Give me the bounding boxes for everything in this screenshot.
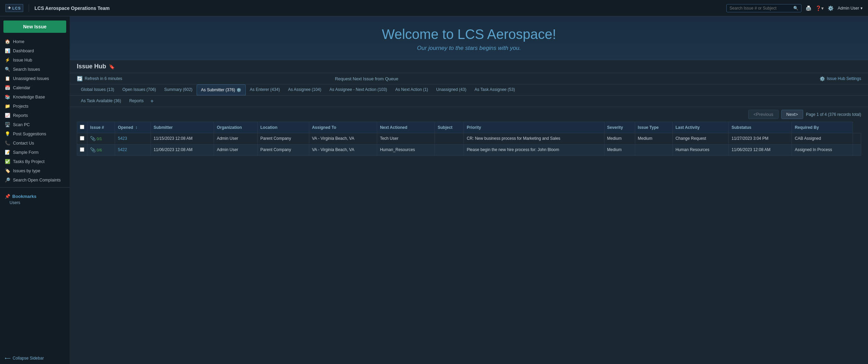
nav-icon-scan-pc: 🖥️ — [5, 122, 10, 127]
nav-label-home: Home — [13, 39, 24, 44]
sidebar-item-search-issues[interactable]: 🔍Search Issues — [0, 65, 70, 74]
search-input[interactable] — [729, 6, 791, 11]
nav-icon-knowledge-base: 📚 — [5, 94, 10, 99]
tab-3[interactable]: As Submitter (376)⚙️ — [197, 84, 246, 95]
sidebar-item-sample-form[interactable]: 📝Sample Form — [0, 148, 70, 157]
nav-icon-tasks-by-project: ✅ — [5, 159, 10, 164]
print-icon[interactable]: 🖨️ — [806, 5, 811, 11]
row-subject-0: CR: New business process for Marketing a… — [464, 133, 604, 145]
sidebar-item-issue-hub[interactable]: ⚡Issue Hub — [0, 55, 70, 65]
sidebar-item-issues-by-type[interactable]: 🏷️Issues by type — [0, 166, 70, 175]
sort-icon: ↕ — [134, 125, 137, 130]
row-lastactivity-0: 11/27/2023 3:04 PM — [729, 133, 792, 145]
tab-9[interactable]: As Task Assignee (53) — [470, 84, 519, 95]
sidebar-item-knowledge-base[interactable]: 📚Knowledge Base — [0, 92, 70, 102]
sidebar-item-post-suggestions[interactable]: 💡Post Suggestions — [0, 129, 70, 138]
sidebar-item-search-open-complaints[interactable]: 🔎Search Open Complaints — [0, 175, 70, 185]
bookmarks-item[interactable]: Users — [5, 199, 65, 206]
row-select-1[interactable] — [80, 147, 84, 152]
tab-label-8: Unassigned (43) — [436, 87, 466, 92]
select-all-checkbox[interactable] — [80, 125, 84, 129]
tab-0[interactable]: Global Issues (13) — [77, 84, 118, 95]
sidebar-item-tasks-by-project[interactable]: ✅Tasks By Project — [0, 157, 70, 166]
sidebar-item-unassigned-issues[interactable]: 📋Unassigned Issues — [0, 74, 70, 83]
sidebar-item-reports[interactable]: 📈Reports — [0, 111, 70, 120]
collapse-sidebar-button[interactable]: ⟵ Collapse Sidebar — [0, 352, 70, 364]
collapse-icon: ⟵ — [5, 356, 11, 361]
nav-label-issues-by-type: Issues by type — [13, 168, 40, 173]
next-page-button[interactable]: Next> — [781, 110, 803, 119]
sidebar-item-projects[interactable]: 📁Projects — [0, 102, 70, 111]
refresh-button[interactable]: 🔄 Refresh in 6 minutes — [77, 76, 122, 81]
tab2-1[interactable]: Reports — [125, 96, 148, 107]
tab-8[interactable]: Unassigned (43) — [432, 84, 470, 95]
col-header-issue-num: Issue # — [87, 122, 115, 133]
tab-4[interactable]: As Enterer (434) — [246, 84, 284, 95]
tab-gear-icon[interactable]: ⚙️ — [237, 88, 241, 92]
tab-6[interactable]: As Assignee - Next Action (103) — [325, 84, 391, 95]
sidebar-item-scan-pc[interactable]: 🖥️Scan PC — [0, 120, 70, 129]
add-tab-button[interactable]: + — [148, 97, 156, 106]
tab-label-6: As Assignee - Next Action (103) — [329, 87, 387, 92]
tabs-row-2: As Task Available (36)Reports + — [70, 96, 868, 107]
user-chevron-icon: ▾ — [860, 6, 863, 11]
tab-5[interactable]: As Assignee (104) — [284, 84, 325, 95]
layout: New Issue 🏠Home📊Dashboard⚡Issue Hub🔍Sear… — [0, 16, 868, 364]
search-icon: 🔍 — [793, 6, 798, 11]
main-content: Welcome to LCS Aerospace! Our journey to… — [70, 16, 868, 364]
hub-bookmark-icon[interactable]: 🔖 — [109, 64, 115, 69]
nav-icon-search-issues: 🔍 — [5, 67, 10, 72]
hero-title: Welcome to LCS Aerospace! — [77, 27, 861, 42]
row-substatus-1: Assigned In Process — [792, 145, 853, 156]
nav-label-dashboard: Dashboard — [13, 49, 34, 53]
nav-label-calendar: Calendar — [13, 85, 30, 90]
tab2-0[interactable]: As Task Available (36) — [77, 96, 125, 107]
nav-label-unassigned-issues: Unassigned Issues — [13, 76, 49, 81]
col-header-opened[interactable]: Opened ↕ — [115, 122, 151, 133]
row-checkbox-0[interactable] — [77, 133, 87, 145]
request-next-label: Request Next Issue from Queue — [335, 76, 398, 81]
row-checkbox-1[interactable] — [77, 145, 87, 156]
pagination-row: <Previous Next> Page 1 of 4 (376 records… — [77, 107, 861, 122]
logo-box: ✈ LCS — [5, 4, 23, 12]
bookmarks-items: Users — [5, 199, 65, 206]
help-icon[interactable]: ❓▾ — [815, 5, 824, 11]
row-priority-1: Medium — [604, 145, 635, 156]
sidebar-item-home[interactable]: 🏠Home — [0, 37, 70, 46]
tab-label-5: As Assignee (104) — [288, 87, 321, 92]
nav-label-search-issues: Search Issues — [13, 67, 40, 72]
tab-1[interactable]: Open Issues (706) — [118, 84, 160, 95]
row-org-1: Parent Company — [257, 145, 309, 156]
col-header-substatus: Substatus — [729, 122, 792, 133]
sidebar-item-contact-us[interactable]: 📞Contact Us — [0, 138, 70, 148]
nav-label-issue-hub: Issue Hub — [13, 58, 32, 63]
hero-banner: Welcome to LCS Aerospace! Our journey to… — [70, 16, 868, 60]
sidebar-item-calendar[interactable]: 📅Calendar — [0, 83, 70, 92]
prev-page-button[interactable]: <Previous — [748, 110, 778, 119]
attachment-icon: 📎 — [90, 136, 96, 141]
row-select-0[interactable] — [80, 136, 84, 140]
logo-text: LCS — [12, 6, 21, 10]
nav-icon-contact-us: 📞 — [5, 140, 10, 146]
col-header-priority: Priority — [464, 122, 604, 133]
tab-7[interactable]: As Next Action (1) — [391, 84, 432, 95]
user-menu[interactable]: Admin User ▾ — [838, 6, 863, 11]
app-title: LCS Aerospace Operations Team — [34, 5, 110, 11]
row-badge-num-0: 📎 0/1 — [87, 133, 115, 145]
row-issuenum-0[interactable]: 5423 — [115, 133, 151, 145]
sidebar-item-dashboard[interactable]: 📊Dashboard — [0, 46, 70, 55]
row-issuenum-1[interactable]: 5422 — [115, 145, 151, 156]
user-label: Admin User — [838, 6, 859, 11]
search-box[interactable]: 🔍 — [726, 4, 801, 12]
nav-icon-search-open-complaints: 🔎 — [5, 177, 10, 183]
tab-2[interactable]: Summary (602) — [160, 84, 197, 95]
bookmark-folder-icon: 📌 — [5, 194, 10, 199]
hub-settings-button[interactable]: ⚙️ Issue Hub Settings — [820, 76, 861, 81]
new-issue-button[interactable]: New Issue — [3, 21, 66, 33]
nav-items: 🏠Home📊Dashboard⚡Issue Hub🔍Search Issues📋… — [0, 37, 70, 185]
col-header-submitter: Submitter — [151, 122, 214, 133]
nav-icon-post-suggestions: 💡 — [5, 131, 10, 136]
col-header-required-by: Required By — [792, 122, 853, 133]
settings-icon[interactable]: ⚙️ — [828, 5, 834, 11]
table-row: 📎 0/1542311/15/2023 12:08 AMAdmin UserPa… — [77, 133, 861, 145]
